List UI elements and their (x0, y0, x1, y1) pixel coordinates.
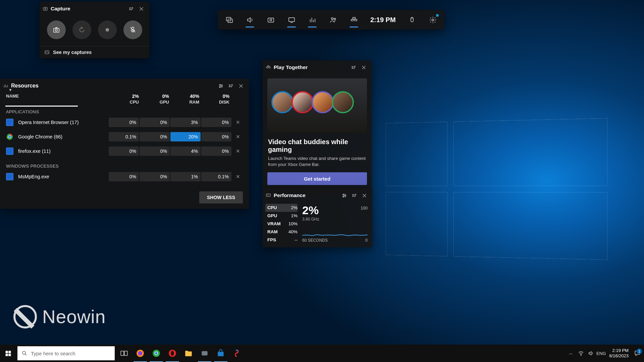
svg-point-50 (236, 350, 237, 351)
task-view-button[interactable] (116, 345, 132, 362)
svg-rect-32 (5, 351, 8, 353)
pin-icon[interactable] (348, 62, 359, 72)
audio-button[interactable] (239, 11, 260, 28)
gpu-cell: 0% (140, 118, 170, 127)
svg-rect-38 (124, 351, 127, 356)
gpu-cell: 0% (140, 146, 170, 156)
play-together-widget: Play Together Video chat buddies while g… (263, 60, 372, 190)
process-name: firefox.exe (11) (18, 148, 108, 154)
play-together-button[interactable] (343, 11, 364, 28)
svg-point-43 (155, 352, 158, 355)
cpu-cell: 0% (109, 146, 139, 156)
svg-point-24 (9, 136, 11, 138)
process-name: Google Chrome (66) (18, 134, 108, 139)
close-icon[interactable] (359, 62, 369, 72)
process-row[interactable]: Google Chrome (66) 0.1% 0% 20% 0% ✕ (6, 130, 244, 143)
disk-cell: 0% (201, 118, 231, 127)
settings-button[interactable] (423, 11, 443, 28)
svg-point-5 (331, 17, 333, 19)
get-started-button[interactable]: Get started (267, 172, 367, 185)
action-center-icon[interactable]: 1 (633, 349, 642, 358)
performance-button[interactable] (302, 11, 323, 28)
windows-logo-decor (386, 118, 607, 260)
see-my-captures-link[interactable]: See my captures (40, 46, 149, 58)
svg-rect-25 (267, 66, 269, 67)
mic-toggle-button[interactable] (123, 20, 142, 39)
taskbar-app-store[interactable] (213, 345, 229, 362)
cpu-cell: 0% (109, 118, 139, 127)
svg-rect-47 (185, 351, 188, 352)
kill-process-button[interactable]: ✕ (231, 148, 244, 154)
svg-rect-7 (353, 17, 355, 19)
close-icon[interactable] (136, 4, 146, 14)
perf-xzero: 0 (365, 238, 368, 243)
widgets-menu-button[interactable] (219, 11, 239, 28)
svg-rect-27 (269, 67, 270, 68)
process-name: Opera Internet Browser (17) (18, 120, 108, 125)
gamebar-topbar: 2:19 PM (218, 10, 444, 29)
resources-title: Resources (11, 83, 39, 89)
neowin-watermark: Neowin (13, 305, 106, 328)
perf-stat-row[interactable]: GPU1% (267, 212, 298, 220)
show-less-button[interactable]: SHOW LESS (199, 191, 243, 203)
close-icon[interactable] (236, 81, 246, 91)
pin-icon[interactable] (349, 190, 359, 200)
kill-process-button[interactable]: ✕ (231, 119, 244, 125)
wifi-icon[interactable] (577, 349, 585, 357)
svg-rect-8 (351, 19, 353, 21)
language-indicator[interactable]: ENG (597, 349, 605, 357)
avatar (312, 91, 334, 113)
svg-point-13 (45, 8, 46, 9)
ram-cell: 20% (170, 132, 201, 141)
ram-cell: 1% (170, 172, 201, 181)
volume-icon[interactable] (587, 349, 595, 357)
close-icon[interactable] (359, 190, 369, 200)
perf-stat-row[interactable]: CPU2% (265, 204, 298, 212)
perf-xlabel: 60 SECONDS (302, 238, 328, 243)
screenshot-button[interactable] (47, 20, 66, 39)
process-row[interactable]: firefox.exe (11) 0% 0% 4% 0% ✕ (6, 144, 244, 158)
pin-icon[interactable] (226, 81, 236, 91)
svg-point-36 (22, 351, 25, 354)
svg-point-51 (581, 355, 581, 356)
perf-stat-row[interactable]: VRAM10% (267, 220, 298, 228)
svg-point-6 (334, 18, 335, 20)
taskbar-app-chrome[interactable] (148, 345, 164, 362)
svg-rect-12 (43, 7, 47, 10)
resources-settings-icon[interactable] (216, 81, 226, 91)
start-button[interactable] (0, 345, 16, 362)
taskbar-datetime[interactable]: 2:19 PM8/16/2023 (607, 348, 631, 358)
taskbar-app-misc[interactable] (229, 345, 245, 362)
perf-stats-list[interactable]: CPU2%GPU1%VRAM10%RAM40%FPS-- (267, 204, 298, 244)
process-row[interactable]: Opera Internet Browser (17) 0% 0% 3% 0% … (6, 116, 244, 129)
pin-icon[interactable] (126, 4, 136, 14)
disk-cell: 0.1% (201, 172, 231, 181)
taskbar-search[interactable]: Type here to search (17, 346, 115, 360)
taskbar-app-opera[interactable] (164, 345, 180, 362)
svg-rect-4 (288, 17, 294, 21)
capture-button[interactable] (260, 11, 281, 28)
perf-settings-icon[interactable] (339, 190, 349, 200)
svg-rect-9 (355, 19, 357, 21)
play-together-title: Play Together (274, 64, 308, 70)
resources-columns[interactable]: ▾NAME 2%CPU 0%GPU 40%RAM 0%DISK (0, 93, 249, 105)
svg-rect-26 (266, 67, 268, 68)
tray-overflow-icon[interactable]: ︿ (567, 349, 575, 357)
kill-process-button[interactable]: ✕ (231, 134, 244, 140)
kill-process-button[interactable]: ✕ (231, 174, 244, 180)
process-row[interactable]: MsMpEng.exe 0% 0% 1% 0.1% ✕ (6, 170, 244, 183)
mouse-button[interactable] (402, 11, 423, 28)
display-button[interactable] (281, 11, 302, 28)
taskbar-app-explorer[interactable] (180, 345, 197, 362)
play-together-hero (267, 78, 367, 133)
xbox-social-button[interactable] (323, 11, 343, 28)
perf-stat-row[interactable]: FPS-- (267, 236, 298, 244)
play-headline: Video chat buddies while gaming (263, 133, 372, 156)
taskbar-app-generic[interactable] (197, 345, 213, 362)
taskbar-app-firefox[interactable] (132, 345, 148, 362)
perf-stat-row[interactable]: RAM40% (267, 228, 298, 236)
teams-icon (266, 65, 271, 70)
performance-widget: Performance CPU2%GPU1%VRAM10%RAM40%FPS--… (263, 188, 372, 247)
record-button[interactable] (98, 20, 117, 39)
record-last-button[interactable] (72, 20, 91, 39)
